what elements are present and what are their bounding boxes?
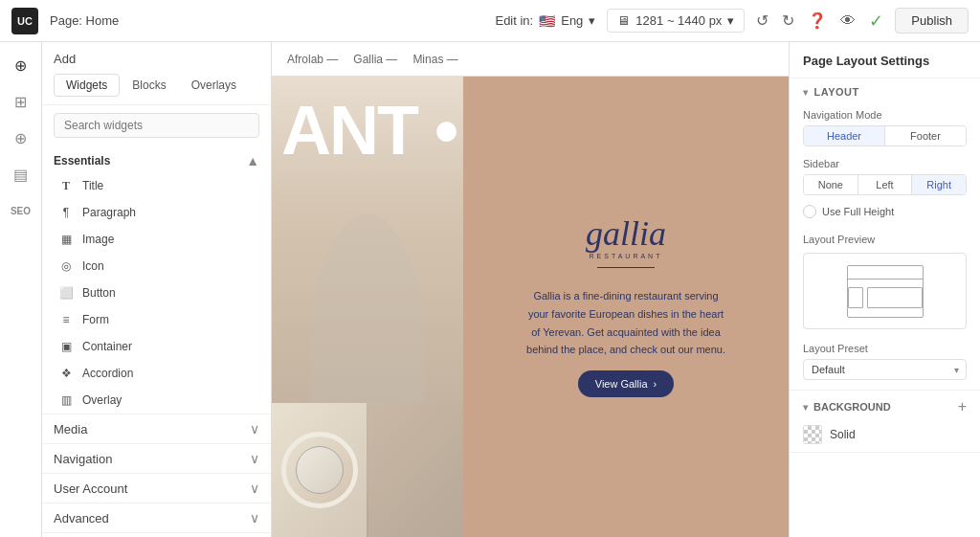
- list-item[interactable]: ≡ Form: [46, 306, 267, 333]
- redo-icon[interactable]: ↻: [782, 11, 794, 30]
- sidebar-right-button[interactable]: Right: [912, 175, 966, 194]
- layout-preview-header: [848, 266, 923, 280]
- advanced-category[interactable]: Advanced ∨: [42, 503, 271, 532]
- paragraph-icon: ¶: [57, 204, 75, 221]
- screen-size-selector[interactable]: 🖥 1281 ~ 1440 px ▾: [607, 9, 745, 33]
- list-item[interactable]: ▥ Overlay: [46, 387, 267, 414]
- paragraph-label: Paragraph: [82, 206, 136, 219]
- nav-header-button[interactable]: Header: [804, 126, 885, 145]
- edit-in: Edit in: 🇺🇸 Eng ▾: [495, 13, 595, 29]
- save-status-icon: ✓: [869, 11, 883, 32]
- list-item[interactable]: ◎ Icon: [46, 253, 267, 280]
- layout-preview: [803, 253, 967, 329]
- layout-preview-inner: [847, 265, 924, 318]
- container-icon: ▣: [57, 338, 75, 355]
- monitor-icon: 🖥: [617, 13, 630, 28]
- full-height-row: Use Full Height: [790, 203, 980, 224]
- page-title: Page: Home: [50, 13, 119, 28]
- hero-left: ANT • GALLIA RE: [272, 77, 463, 537]
- list-item[interactable]: ❖ Accordion: [46, 360, 267, 387]
- view-gallia-button[interactable]: View Gallia ›: [578, 370, 675, 397]
- accordion-label: Accordion: [82, 367, 133, 380]
- user-account-chevron: ∨: [250, 481, 259, 496]
- full-height-label: Use Full Height: [822, 206, 894, 217]
- sidebar-label: Sidebar: [803, 158, 967, 169]
- cms-icon[interactable]: ⊕: [6, 123, 36, 153]
- undo-icon[interactable]: ↺: [756, 11, 768, 30]
- gallia-logo-area: gallia RESTAURANT: [586, 216, 666, 276]
- title-icon: T: [57, 177, 75, 194]
- essentials-toggle[interactable]: ▲: [246, 153, 259, 168]
- media-chevron: ∨: [250, 421, 259, 436]
- bg-section-header: ▾ BACKGROUND +: [790, 391, 980, 421]
- sidebar-row: Sidebar None Left Right: [790, 154, 980, 203]
- list-item[interactable]: ▦ Image: [46, 226, 267, 253]
- overlay-icon: ▥: [57, 392, 75, 409]
- full-height-checkbox[interactable]: [803, 205, 816, 218]
- nav-item-minas: Minas —: [412, 53, 457, 66]
- sidebar-left-button[interactable]: Left: [858, 175, 913, 194]
- bg-checker-swatch[interactable]: [803, 425, 822, 444]
- hero-title: ANT • GALLIA RE: [281, 96, 463, 165]
- tab-blocks[interactable]: Blocks: [120, 74, 178, 97]
- arrow-right-icon: ›: [654, 378, 657, 390]
- list-item[interactable]: ¶ Paragraph: [46, 199, 267, 226]
- widget-panel: Add Widgets Blocks Overlays Essentials ▲…: [42, 42, 272, 537]
- preset-select-wrapper: Default: [803, 359, 967, 380]
- list-item[interactable]: ⬜ Button: [46, 280, 267, 306]
- canvas-nav: Afrolab — Gallia — Minas —: [272, 42, 789, 77]
- form-icon: ≡: [57, 311, 75, 328]
- tab-overlays[interactable]: Overlays: [179, 74, 249, 97]
- gallia-logo: gallia: [586, 216, 666, 251]
- sidebar-none-button[interactable]: None: [804, 175, 858, 194]
- layout-collapse-icon: ▾: [803, 87, 809, 98]
- layout-preview-body: [848, 280, 923, 317]
- ecommerce-category[interactable]: Ecommerce ∨: [42, 532, 271, 537]
- list-item[interactable]: T Title: [46, 172, 267, 199]
- layout-preview-label: Layout Preview: [803, 234, 967, 245]
- navigation-chevron: ∨: [250, 451, 259, 466]
- media-category[interactable]: Media ∨: [42, 414, 271, 443]
- seo-icon[interactable]: SEO: [6, 195, 36, 226]
- canvas-area: ANT • GALLIA RE gall: [272, 77, 789, 537]
- uc-logo: UC: [11, 8, 38, 34]
- nav-item-afrolab: Afrolab —: [287, 53, 338, 66]
- preset-select[interactable]: Default: [803, 359, 967, 380]
- nav-mode-group: Header Footer: [803, 125, 967, 146]
- publish-button[interactable]: Publish: [895, 8, 969, 34]
- layout-preset-label: Layout Preset: [803, 343, 967, 354]
- layout-icon[interactable]: ▤: [6, 159, 36, 190]
- widget-panel-header: Add: [42, 42, 271, 74]
- hero-title-overlay: ANT • GALLIA RE: [281, 96, 463, 165]
- button-label: Button: [82, 286, 116, 300]
- layout-preview-container: Layout Preview: [790, 224, 980, 339]
- navigation-category[interactable]: Navigation ∨: [42, 443, 271, 473]
- page-content: ANT • GALLIA RE gall: [272, 77, 789, 537]
- layout-preset: Layout Preset Default: [790, 339, 980, 390]
- bg-item: Solid: [790, 421, 980, 452]
- bg-add-button[interactable]: +: [958, 398, 967, 415]
- hero-desc: Gallia is a fine-dining restaurant servi…: [525, 287, 726, 359]
- sidebar-group: None Left Right: [803, 174, 967, 195]
- user-account-category[interactable]: User Account ∨: [42, 473, 271, 503]
- overlay-label: Overlay: [82, 393, 122, 407]
- add-widget-icon[interactable]: ⊕: [6, 50, 36, 80]
- tab-widgets[interactable]: Widgets: [54, 74, 120, 97]
- right-panel-title: Page Layout Settings: [790, 42, 980, 78]
- canvas: Afrolab — Gallia — Minas — ANT • GALLIA …: [272, 42, 789, 537]
- button-icon: ⬜: [57, 284, 75, 302]
- list-item[interactable]: ▣ Container: [46, 333, 267, 360]
- layers-icon[interactable]: ⊞: [6, 86, 36, 117]
- advanced-chevron: ∨: [250, 510, 259, 526]
- gallia-restaurant-label: RESTAURANT: [586, 253, 666, 259]
- bg-section: ▾ BACKGROUND + Solid: [790, 391, 980, 453]
- hero-right: gallia RESTAURANT Gallia is a fine-dinin…: [463, 77, 789, 537]
- search-input[interactable]: [54, 113, 259, 138]
- help-icon[interactable]: ❓: [808, 11, 827, 30]
- image-icon: ▦: [57, 231, 75, 248]
- nav-footer-button[interactable]: Footer: [885, 126, 966, 145]
- flag-icon: 🇺🇸: [539, 13, 555, 29]
- preview-icon[interactable]: 👁: [840, 12, 856, 30]
- layout-section: ▾ LAYOUT Navigation Mode Header Footer S…: [790, 78, 980, 391]
- layout-section-header[interactable]: ▾ LAYOUT: [790, 78, 980, 105]
